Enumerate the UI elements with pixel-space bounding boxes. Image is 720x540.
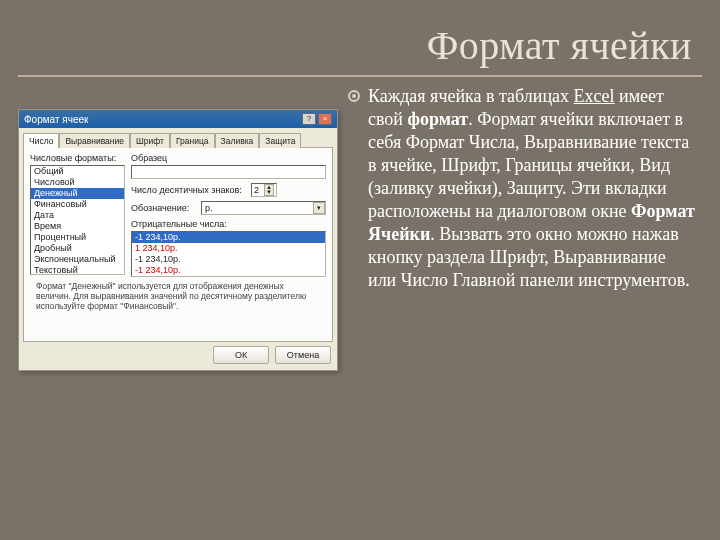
- list-item[interactable]: Общий: [31, 166, 124, 177]
- sample-box: [131, 165, 326, 179]
- list-item[interactable]: Экспоненциальный: [31, 254, 124, 265]
- negative-label: Отрицательные числа:: [131, 219, 326, 229]
- list-item[interactable]: Дробный: [31, 243, 124, 254]
- list-item[interactable]: Числовой: [31, 177, 124, 188]
- page-title: Формат ячейки: [18, 18, 702, 69]
- close-icon[interactable]: ×: [318, 113, 332, 125]
- list-item[interactable]: Время: [31, 221, 124, 232]
- negative-numbers-list[interactable]: -1 234,10р.1 234,10р.-1 234,10р.-1 234,1…: [131, 231, 326, 277]
- tab-Число[interactable]: Число: [23, 133, 59, 148]
- bullet-icon: [348, 90, 360, 102]
- dialog-tabs: ЧислоВыравниваниеШрифтГраницаЗаливкаЗащи…: [19, 128, 337, 147]
- decimals-spinner[interactable]: 2 ▲▼: [251, 183, 277, 197]
- list-item[interactable]: Процентный: [31, 232, 124, 243]
- chevron-down-icon[interactable]: ▾: [313, 202, 325, 214]
- dialog-titlebar: Формат ячеек ? ×: [19, 110, 337, 128]
- list-item[interactable]: Финансовый: [31, 199, 124, 210]
- tab-number-body: Числовые форматы: ОбщийЧисловойДенежныйФ…: [23, 147, 333, 342]
- number-format-list[interactable]: ОбщийЧисловойДенежныйФинансовыйДатаВремя…: [30, 165, 125, 275]
- currency-combo[interactable]: р. ▾: [201, 201, 326, 215]
- ok-button[interactable]: ОК: [213, 346, 269, 364]
- decimals-label: Число десятичных знаков:: [131, 185, 251, 195]
- format-cells-dialog: Формат ячеек ? × ЧислоВыравниваниеШрифтГ…: [18, 109, 338, 371]
- paragraph: Каждая ячейка в таблицах Excel имеет сво…: [368, 85, 696, 292]
- list-item[interactable]: Денежный: [31, 188, 124, 199]
- help-icon[interactable]: ?: [302, 113, 316, 125]
- format-description: Формат "Денежный" используется для отобр…: [30, 277, 326, 315]
- list-item[interactable]: 1 234,10р.: [132, 243, 325, 254]
- spinner-buttons[interactable]: ▲▼: [264, 184, 274, 196]
- currency-label: Обозначение:: [131, 203, 201, 213]
- tab-Защита[interactable]: Защита: [259, 133, 301, 148]
- list-item[interactable]: -1 234,10р.: [132, 254, 325, 265]
- list-item[interactable]: Дата: [31, 210, 124, 221]
- tab-Шрифт[interactable]: Шрифт: [130, 133, 170, 148]
- dialog-title-text: Формат ячеек: [24, 114, 88, 125]
- body-text: Каждая ячейка в таблицах Excel имеет сво…: [348, 85, 702, 371]
- tab-Граница[interactable]: Граница: [170, 133, 215, 148]
- sample-label: Образец: [131, 153, 326, 163]
- list-item[interactable]: -1 234,10р.: [132, 265, 325, 276]
- divider: [18, 75, 702, 77]
- list-item[interactable]: Текстовый: [31, 265, 124, 275]
- list-item[interactable]: -1 234,10р.: [132, 232, 325, 243]
- tab-Выравнивание[interactable]: Выравнивание: [59, 133, 130, 148]
- cancel-button[interactable]: Отмена: [275, 346, 331, 364]
- categories-label: Числовые форматы:: [30, 153, 125, 163]
- tab-Заливка[interactable]: Заливка: [215, 133, 260, 148]
